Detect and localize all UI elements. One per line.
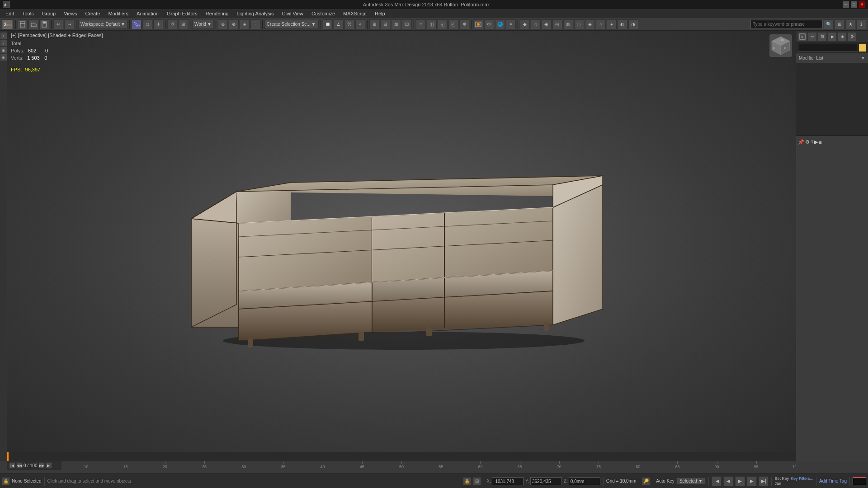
config-btn[interactable]: ⚙	[805, 139, 810, 145]
menu-lighting[interactable]: Lighting Analysis	[233, 10, 278, 17]
layers-btn[interactable]: ≡	[416, 19, 426, 29]
panel-btn-utilities[interactable]: ⚙	[848, 32, 857, 41]
save-btn[interactable]	[39, 19, 49, 29]
align-btn[interactable]: ⊞	[369, 19, 379, 29]
pin-btn[interactable]: 📌	[798, 139, 804, 145]
scale-btn[interactable]: ⊞	[178, 19, 188, 29]
prev-key-btn[interactable]: ◀◀	[16, 462, 23, 469]
filter-btn[interactable]: ⊞	[835, 19, 844, 29]
nav-cube[interactable]: Top R F	[769, 34, 792, 57]
spinner-snap-btn[interactable]: ⌖	[355, 19, 365, 29]
undo-btn[interactable]: ↩	[53, 19, 63, 29]
add-time-tag[interactable]: Add Time Tag	[819, 479, 847, 483]
select-btn[interactable]	[132, 19, 142, 29]
panel-btn-scene[interactable]: S	[798, 32, 807, 41]
filter-status-btn[interactable]: ⊞	[473, 477, 481, 485]
menu-views[interactable]: Views	[60, 10, 80, 17]
y-value[interactable]: 3620,435	[530, 477, 562, 485]
settings-panel-btn[interactable]: ≡	[819, 140, 821, 145]
key-icon-btn[interactable]: 🔑	[642, 477, 650, 485]
magnet-btn[interactable]: 🔒	[463, 477, 471, 485]
create-selection-dropdown[interactable]: Create Selection Sc... ▼	[264, 20, 319, 29]
array-btn[interactable]: ⊡	[402, 19, 412, 29]
pick10[interactable]: ◐	[618, 19, 627, 29]
next-key-btn[interactable]: ▶▶	[38, 462, 45, 469]
pb-back[interactable]: ◀	[723, 476, 733, 486]
menu-maxscript[interactable]: MAXScript	[340, 10, 370, 17]
render-setup-btn[interactable]: ⚙	[484, 19, 494, 29]
modifier-arrow[interactable]: ▼	[861, 56, 865, 61]
frame-input[interactable]: 6	[853, 477, 866, 485]
isolate-btn[interactable]: ◱	[438, 19, 448, 29]
menu-help[interactable]: Help	[371, 10, 389, 17]
render-frame-btn[interactable]	[473, 19, 483, 29]
search-btn[interactable]: 🔍	[824, 19, 834, 29]
new-btn[interactable]	[18, 19, 28, 29]
menu-modifiers[interactable]: Modifiers	[104, 10, 132, 17]
left-btn4[interactable]: ⊕	[0, 54, 7, 61]
workspace-dropdown[interactable]: Workspace: Default ▼	[78, 20, 127, 29]
pb-fwd[interactable]: ▶	[747, 476, 757, 486]
effects-btn[interactable]: ✦	[506, 19, 516, 29]
menu-graph-editors[interactable]: Graph Editors	[163, 10, 201, 17]
angle-snap-btn[interactable]: ∠	[334, 19, 344, 29]
panel-search-input[interactable]	[798, 44, 858, 52]
close-btn[interactable]: ✕	[859, 1, 865, 8]
left-btn2[interactable]: -	[0, 40, 7, 46]
next-frame-btn[interactable]: ▶|	[46, 462, 52, 469]
selected-dropdown[interactable]: Selected ▼	[676, 478, 706, 484]
menu-create[interactable]: Create	[81, 10, 104, 17]
tool3[interactable]: ◈	[240, 19, 250, 29]
spacing-btn[interactable]: ⊟	[380, 19, 390, 29]
menu-tools[interactable]: Tools	[19, 10, 38, 17]
left-btn3[interactable]: ◉	[0, 47, 7, 53]
help-panel-btn[interactable]: ?	[811, 140, 813, 145]
pick11[interactable]: ◑	[628, 19, 638, 29]
pick5[interactable]: ◍	[563, 19, 573, 29]
hide-btn[interactable]: ◰	[448, 19, 458, 29]
pick9[interactable]: ●	[607, 19, 617, 29]
env-btn[interactable]: 🌐	[495, 19, 505, 29]
x-value[interactable]: -1031,748	[492, 477, 524, 485]
rotate-btn[interactable]: ↺	[167, 19, 177, 29]
app-logo-btn[interactable]: 3DS	[2, 19, 14, 29]
menu-group[interactable]: Group	[38, 10, 60, 17]
freeze-btn[interactable]: ❄	[459, 19, 469, 29]
display-btn[interactable]: ◫	[427, 19, 437, 29]
panel-btn-motion[interactable]: ▶	[828, 32, 837, 41]
pb-end[interactable]: ▶|	[759, 476, 769, 486]
minimize-btn[interactable]: ─	[843, 1, 849, 8]
menu-customize[interactable]: Customize	[308, 10, 339, 17]
panel-btn-display[interactable]: ◈	[838, 32, 847, 41]
pick3[interactable]: ◉	[542, 19, 552, 29]
move-btn[interactable]: ✛	[153, 19, 163, 29]
panel-btn-hierarchy[interactable]: ⊞	[818, 32, 827, 41]
pick7[interactable]: ◈	[585, 19, 595, 29]
open-btn[interactable]	[28, 19, 38, 29]
left-btn1[interactable]: +	[0, 33, 7, 39]
reference-coord-dropdown[interactable]: World ▼	[192, 20, 214, 29]
z-value[interactable]: 0,0mm	[569, 477, 600, 485]
redo-btn[interactable]: ↪	[64, 19, 74, 29]
timeline-ruler[interactable]: 0510152025303540455055606570758085909510…	[7, 461, 796, 470]
tool1[interactable]: ⊕	[218, 19, 228, 29]
pb-play[interactable]: ▶	[735, 476, 745, 486]
tool2[interactable]: ⊗	[229, 19, 239, 29]
pick4[interactable]: ◎	[552, 19, 562, 29]
pb-start[interactable]: |◀	[712, 476, 722, 486]
pick8[interactable]: ○	[596, 19, 606, 29]
pick2[interactable]: ◇	[531, 19, 541, 29]
maximize-btn[interactable]: □	[851, 1, 857, 8]
star-btn[interactable]: ★	[845, 19, 855, 29]
select-region-btn[interactable]: □	[142, 19, 152, 29]
prev-frame-btn[interactable]: |◀	[9, 462, 15, 469]
menu-civil[interactable]: Civil View	[278, 10, 307, 17]
pick6[interactable]: ◌	[574, 19, 584, 29]
color-swatch[interactable]	[859, 44, 866, 52]
mirror-btn[interactable]: ⊠	[391, 19, 401, 29]
tool4[interactable]: ⋮	[250, 19, 260, 29]
viewport[interactable]: [+] [Perspective] [Shaded + Edged Faces]…	[7, 31, 796, 461]
window-controls[interactable]: ─ □ ✕	[843, 1, 865, 8]
percent-snap-btn[interactable]: %	[344, 19, 354, 29]
info-btn[interactable]: ℹ	[856, 19, 866, 29]
